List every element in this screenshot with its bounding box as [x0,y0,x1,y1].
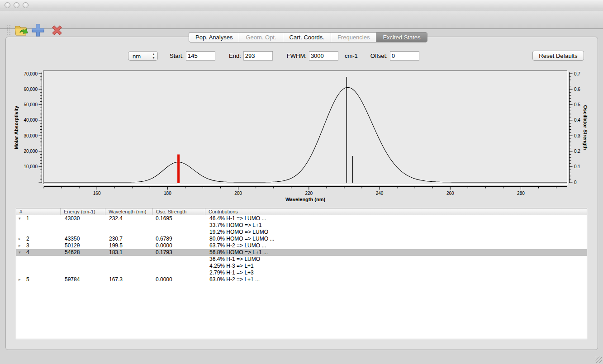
contribution-sub-row[interactable]: 33.7% HOMO => L+1 [16,222,587,229]
expand-row-icon[interactable]: ▸ [19,276,21,283]
collapse-row-icon[interactable]: ▾ [19,215,21,222]
svg-text:0.1: 0.1 [574,164,580,169]
contribution-sub-row[interactable]: 19.2% HOMO => LUMO [16,229,587,236]
svg-text:40,000: 40,000 [24,118,38,123]
table-row-state-5[interactable]: ▸559784167.30.000063.0% H-2 => L+1 ... [16,276,587,283]
table-row-state-1[interactable]: ▾143030232.40.169546.4% H-1 => LUMO ... [16,215,587,222]
svg-text:180: 180 [164,191,171,196]
table-body: ▾143030232.40.169546.4% H-1 => LUMO ...3… [16,215,587,283]
expand-row-icon[interactable]: ▸ [19,236,21,242]
svg-text:240: 240 [376,191,384,196]
svg-text:10,000: 10,000 [24,164,38,169]
svg-text:280: 280 [517,191,525,196]
svg-text:30,000: 30,000 [24,133,38,138]
resize-grip[interactable] [595,356,602,363]
svg-text:260: 260 [446,191,454,196]
svg-text:0.6: 0.6 [574,87,580,92]
svg-text:Wavelength (nm): Wavelength (nm) [285,197,326,202]
svg-text:Oscillator Strength: Oscillator Strength [583,105,588,150]
table-row-state-2[interactable]: ▸243350230.70.678980.0% HOMO => LUMO ... [16,236,587,242]
svg-text:200: 200 [234,191,242,196]
svg-text:160: 160 [93,191,101,196]
contribution-sub-row[interactable]: 4.25% H-3 => L+1 [16,263,587,269]
contribution-sub-row[interactable]: 36.4% H-1 => LUMO [16,256,587,263]
contribution-sub-row[interactable]: 2.79% H-1 => L+3 [16,269,587,276]
collapse-row-icon[interactable]: ▾ [19,249,21,256]
svg-text:60,000: 60,000 [24,87,38,92]
svg-text:0.4: 0.4 [574,118,580,123]
column-header-energy-cm-1[interactable]: Energy (cm-1) [61,208,105,215]
spectrum-plot[interactable]: 10,00020,00030,00040,00050,00060,00070,0… [0,0,603,208]
column-header-osc-strength[interactable]: Osc. Strength [153,208,205,215]
column-header-contributions[interactable]: Contributions [205,208,587,215]
svg-text:220: 220 [305,191,313,196]
column-header-[interactable]: # [16,208,61,215]
svg-text:50,000: 50,000 [24,102,38,107]
table-row-state-4[interactable]: ▾454628183.10.179356.8% HOMO => L+1 ... [16,249,587,256]
table-row-state-3[interactable]: ▸350129199.50.000063.7% H-2 => LUMO ... [16,242,587,249]
svg-text:0.2: 0.2 [574,149,580,154]
table-header[interactable]: #Energy (cm-1)Wavelength (nm)Osc. Streng… [16,208,587,215]
svg-text:70,000: 70,000 [24,71,38,76]
svg-text:0: 0 [574,180,577,185]
svg-text:0.3: 0.3 [574,133,580,138]
expand-row-icon[interactable]: ▸ [19,242,21,249]
column-header-wavelength-nm[interactable]: Wavelength (nm) [105,208,153,215]
svg-text:Molar Absorptivity: Molar Absorptivity [14,105,19,149]
svg-text:20,000: 20,000 [24,149,38,154]
svg-text:0.5: 0.5 [574,102,580,107]
excited-states-table: #Energy (cm-1)Wavelength (nm)Osc. Streng… [16,208,587,339]
svg-text:0.7: 0.7 [574,71,580,76]
